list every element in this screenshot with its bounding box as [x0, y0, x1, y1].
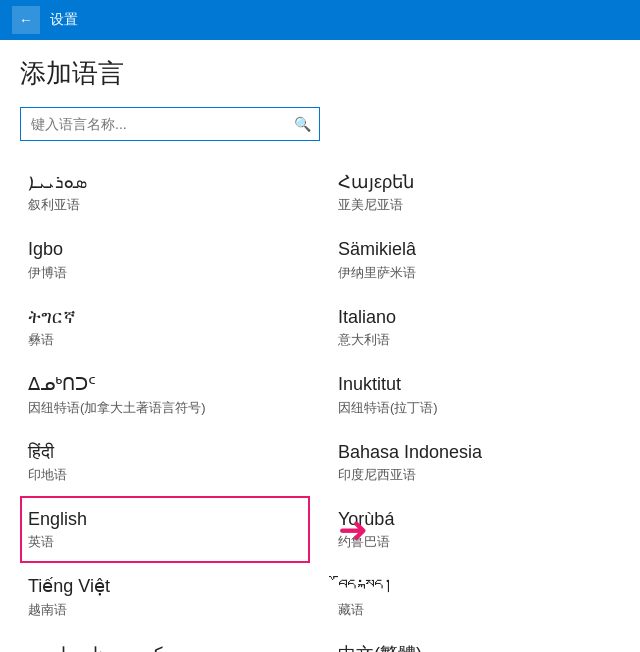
lang-native-name: Inuktitut [338, 373, 612, 396]
lang-chinese-name: 约鲁巴语 [338, 533, 612, 551]
lang-native-name: Bahasa Indonesia [338, 441, 612, 464]
lang-item[interactable]: Igbo 伊博语 [20, 226, 310, 293]
lang-native-name: Italiano [338, 306, 612, 329]
settings-label: 设置 [50, 11, 78, 29]
lang-item[interactable]: Inuktitut 因纽特语(拉丁语) [330, 361, 620, 428]
lang-item[interactable]: Bahasa Indonesia 印度尼西亚语 [330, 429, 620, 496]
lang-native-name: Yorùbá [338, 508, 612, 531]
lang-item[interactable]: Sämikielâ 伊纳里萨米语 [330, 226, 620, 293]
lang-native-name: Igbo [28, 238, 302, 261]
lang-chinese-name: 亚美尼亚语 [338, 196, 612, 214]
lang-chinese-name: 彝语 [28, 331, 302, 349]
lang-item[interactable]: 中文(繁體) 中文(繁体) [330, 631, 620, 652]
lang-chinese-name: 伊纳里萨米语 [338, 264, 612, 282]
lang-native-name: کوردیی ناوەراست [28, 643, 302, 652]
lang-chinese-name: 叙利亚语 [28, 196, 302, 214]
lang-native-name: English [28, 508, 302, 531]
lang-chinese-name: 印地语 [28, 466, 302, 484]
lang-item[interactable]: ܣܘܪܝܝܐ 叙利亚语 [20, 159, 310, 226]
lang-native-name: ᐃᓄᒃᑎᑐᑦ [28, 373, 302, 396]
lang-item[interactable]: हिंदी 印地语 [20, 429, 310, 496]
lang-chinese-name: 伊博语 [28, 264, 302, 282]
lang-item[interactable]: Հայερեն 亚美尼亚语 [330, 159, 620, 226]
lang-chinese-name: 藏语 [338, 601, 612, 619]
lang-chinese-name: 英语 [28, 533, 302, 551]
lang-item[interactable]: کوردیی ناوەراست 中部库尔德语 [20, 631, 310, 652]
lang-item[interactable]: Yorùbá 约鲁巴语 [330, 496, 620, 563]
lang-chinese-name: 越南语 [28, 601, 302, 619]
search-box: 🔍 [20, 107, 320, 141]
lang-chinese-name: 因纽特语(拉丁语) [338, 399, 612, 417]
title-bar: ← 设置 [0, 0, 640, 40]
lang-item[interactable]: Italiano 意大利语 [330, 294, 620, 361]
lang-item[interactable]: ትግርኛ 彝语 [20, 294, 310, 361]
lang-native-name: བོད་སྐད། [338, 575, 612, 598]
lang-native-name: हिंदी [28, 441, 302, 464]
lang-item[interactable]: བོད་སྐད། 藏语 [330, 563, 620, 630]
lang-native-name: ܣܘܪܝܝܐ [28, 171, 302, 194]
lang-chinese-name: 意大利语 [338, 331, 612, 349]
lang-native-name: 中文(繁體) [338, 643, 612, 652]
lang-chinese-name: 印度尼西亚语 [338, 466, 612, 484]
lang-item[interactable]: ᐃᓄᒃᑎᑐᑦ 因纽特语(加拿大土著语言符号) [20, 361, 310, 428]
search-icon: 🔍 [286, 116, 319, 132]
lang-item[interactable]: Tiếng Việt 越南语 [20, 563, 310, 630]
languages-grid: ܣܘܪܝܝܐ 叙利亚语 Հայερեն 亚美尼亚语 Igbo 伊博语 Sämik… [20, 159, 620, 652]
page-content: 添加语言 🔍 ܣܘܪܝܝܐ 叙利亚语 Հայερեն 亚美尼亚语 Igbo 伊博… [0, 40, 640, 652]
back-button[interactable]: ← [12, 6, 40, 34]
lang-native-name: Հայερեն [338, 171, 612, 194]
lang-item[interactable]: English 英语 ➜ [20, 496, 310, 563]
lang-chinese-name: 因纽特语(加拿大土著语言符号) [28, 399, 302, 417]
search-input[interactable] [21, 116, 286, 132]
lang-native-name: Sämikielâ [338, 238, 612, 261]
back-arrow-icon: ← [19, 12, 33, 28]
page-title: 添加语言 [20, 56, 620, 91]
lang-native-name: Tiếng Việt [28, 575, 302, 598]
lang-native-name: ትግርኛ [28, 306, 302, 329]
